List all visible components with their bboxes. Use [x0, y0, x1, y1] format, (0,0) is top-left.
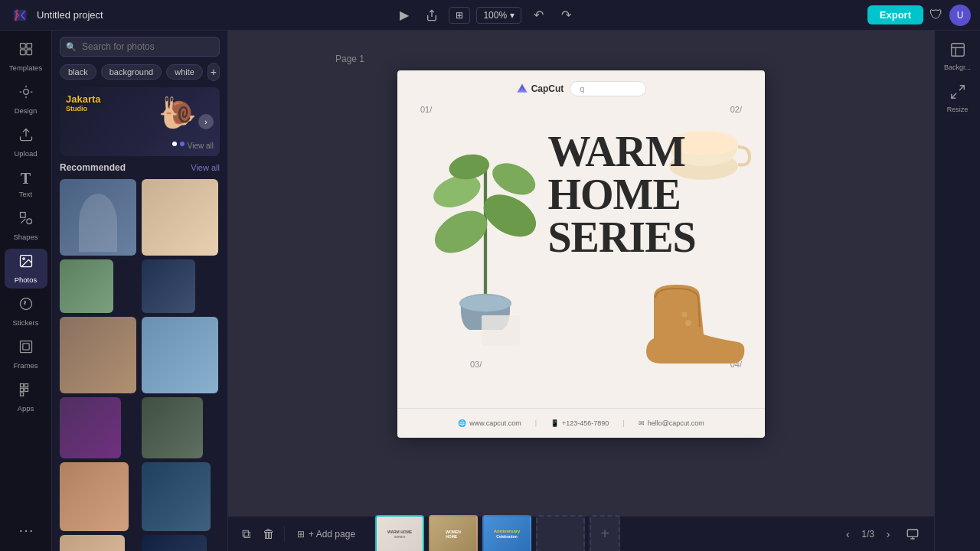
page-label: Page 1 [335, 54, 364, 64]
promo-banner: Jakarta Studio 🐌 › View all [60, 87, 220, 156]
avatar-letter: U [957, 10, 964, 21]
photo-item-6[interactable] [142, 317, 218, 393]
sidebar-item-templates[interactable]: Templates [5, 37, 47, 77]
page-navigation: ‹ 1/3 › [838, 523, 923, 545]
share-button[interactable] [421, 5, 443, 26]
grid-size-button[interactable]: ⊞ [449, 7, 470, 24]
add-page-button[interactable]: ⊞ + Add page [291, 526, 361, 543]
next-page-button[interactable]: › [879, 525, 897, 543]
play-button[interactable]: ▶ [394, 5, 415, 26]
main-layout: Templates Design Upload T Text [0, 31, 980, 551]
apps-label: Apps [18, 404, 34, 412]
chevron-down-icon: ▾ [510, 10, 514, 21]
sidebar-item-text[interactable]: T Text [5, 165, 47, 203]
thumb-3-content: Anniversary Celebration [484, 517, 530, 552]
svg-point-9 [22, 258, 24, 260]
undo-button[interactable]: ↶ [528, 5, 549, 26]
promo-next-button[interactable]: › [198, 114, 214, 129]
photo-grid [60, 179, 220, 551]
photo-item-5[interactable] [60, 317, 136, 393]
delete-button[interactable]: 🗑 [260, 524, 278, 544]
page-indicator: 1/3 [861, 529, 874, 540]
photo-item-10[interactable] [142, 462, 211, 531]
search-input[interactable] [60, 37, 220, 57]
topbar: Untitled project ▶ ⊞ 100% ▾ ↶ ↷ Export 🛡… [0, 0, 980, 31]
copy-button[interactable]: ⧉ [239, 524, 253, 544]
thumbnail-1[interactable]: WARM HOME SERIES [375, 515, 424, 552]
resize-icon [949, 83, 966, 104]
photo-item-2[interactable] [142, 179, 218, 256]
app-logo[interactable] [9, 5, 31, 26]
sidebar-item-stickers[interactable]: Stickers [5, 292, 47, 331]
filter-more-button[interactable]: + [207, 63, 220, 81]
thumb-1-content: WARM HOME SERIES [377, 517, 423, 552]
promo-dot-1[interactable] [172, 142, 177, 146]
svg-rect-31 [907, 530, 917, 536]
sidebar-item-shapes[interactable]: Shapes [5, 206, 47, 246]
prev-page-button[interactable]: ‹ [838, 525, 857, 543]
sidebar-item-photos[interactable]: Photos [5, 249, 47, 289]
canvas-plant [420, 116, 550, 315]
promo-view-all[interactable]: View all [188, 142, 214, 150]
canvas-footer-website: 🌐 www.capcut.com [458, 419, 521, 427]
sidebar-item-design[interactable]: Design [5, 80, 47, 119]
thumbnail-3[interactable]: Anniversary Celebration [482, 515, 531, 552]
icon-sidebar: Templates Design Upload T Text [0, 31, 52, 551]
design-canvas[interactable]: CapCut q 01/ 02/ 03/ 04/ [397, 70, 765, 438]
photo-item-12[interactable] [142, 535, 207, 551]
present-button[interactable] [902, 523, 923, 545]
canvas-footer-email: ✉ hello@capcut.com [639, 419, 704, 427]
photo-item-7[interactable] [60, 397, 121, 458]
svg-rect-2 [26, 44, 31, 49]
photo-item-4[interactable] [142, 259, 195, 313]
user-avatar[interactable]: U [949, 5, 971, 26]
svg-point-7 [26, 219, 31, 224]
right-panel: Backgr... Resize [934, 31, 980, 551]
svg-rect-3 [20, 50, 25, 55]
photo-item-3[interactable] [60, 259, 113, 313]
recommended-view-all[interactable]: View all [191, 163, 220, 172]
export-button[interactable]: Export [867, 5, 923, 24]
redo-button[interactable]: ↷ [555, 5, 577, 26]
photo-section: Recommended View all [52, 162, 227, 551]
shield-icon[interactable]: 🛡 [929, 7, 943, 23]
photo-item-8[interactable] [142, 397, 203, 458]
zoom-button[interactable]: 100% ▾ [476, 7, 521, 24]
canvas-logo-text: CapCut [531, 83, 564, 94]
photo-item-9[interactable] [60, 462, 129, 531]
stickers-label: Stickers [13, 318, 39, 327]
sidebar-item-upload[interactable]: Upload [5, 122, 47, 162]
photo-item-1[interactable] [60, 179, 136, 256]
canvas-logo: CapCut [516, 83, 564, 95]
topbar-center-controls: ▶ ⊞ 100% ▾ ↶ ↷ [394, 5, 577, 26]
text-label: Text [19, 190, 32, 198]
sidebar-item-more[interactable]: ⋯ [5, 517, 47, 545]
thumb-2-content: WOMENHOME [430, 517, 476, 552]
sidebar-item-apps[interactable]: Apps [5, 377, 47, 417]
upload-icon [18, 127, 34, 147]
right-panel-background[interactable]: Backgr... [939, 37, 977, 76]
studio-label-line1: Jakarta [66, 93, 101, 105]
more-icon: ⋯ [18, 521, 34, 540]
topbar-left: Untitled project [9, 5, 103, 26]
left-panel: black background white + Jakarta Studio … [52, 31, 228, 551]
promo-dot-2[interactable] [180, 142, 185, 146]
canvas-footer-website-text: www.capcut.com [469, 419, 521, 427]
add-page-label: + Add page [309, 529, 355, 540]
right-panel-resize[interactable]: Resize [939, 79, 977, 118]
sidebar-item-frames[interactable]: Frames [5, 334, 47, 374]
shapes-icon [18, 210, 34, 230]
topbar-right-controls: Export 🛡 U [867, 5, 971, 26]
svg-rect-18 [20, 393, 23, 396]
studio-label-line2: Studio [66, 105, 101, 112]
thumbnail-2[interactable]: WOMENHOME [429, 515, 478, 552]
filter-tag-white[interactable]: white [166, 64, 203, 80]
filter-tags: black background white + [52, 63, 227, 87]
svg-rect-6 [20, 213, 25, 218]
filter-tag-black[interactable]: black [60, 64, 96, 80]
resize-label: Resize [947, 106, 969, 113]
photo-item-11[interactable] [60, 535, 125, 551]
filter-tag-background[interactable]: background [101, 64, 162, 80]
project-title[interactable]: Untitled project [37, 9, 103, 21]
add-thumbnail-button[interactable]: + [590, 515, 620, 552]
